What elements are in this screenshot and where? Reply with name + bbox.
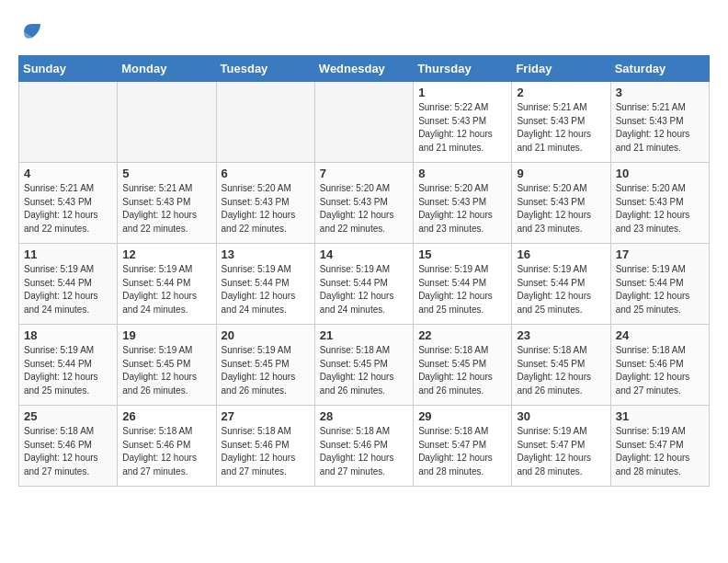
day-number: 16: [517, 247, 605, 261]
day-number: 5: [122, 167, 210, 180]
day-number: 11: [24, 247, 112, 261]
col-header-thursday: Thursday: [414, 56, 512, 82]
day-number: 24: [616, 328, 704, 342]
calendar-day: 28Sunrise: 5:18 AM Sunset: 5:46 PM Dayli…: [314, 406, 413, 487]
day-info: Sunrise: 5:21 AM Sunset: 5:43 PM Dayligh…: [122, 182, 210, 236]
day-info: Sunrise: 5:18 AM Sunset: 5:45 PM Dayligh…: [418, 344, 506, 397]
day-info: Sunrise: 5:21 AM Sunset: 5:43 PM Dayligh…: [616, 101, 704, 155]
calendar-day: 14Sunrise: 5:19 AM Sunset: 5:44 PM Dayli…: [314, 244, 413, 325]
day-info: Sunrise: 5:19 AM Sunset: 5:44 PM Dayligh…: [122, 263, 210, 316]
calendar-day: 18Sunrise: 5:19 AM Sunset: 5:44 PM Dayli…: [19, 325, 118, 406]
calendar-day: 19Sunrise: 5:19 AM Sunset: 5:45 PM Dayli…: [118, 325, 216, 406]
day-number: 7: [320, 167, 408, 180]
day-number: 23: [517, 328, 605, 342]
calendar-day: 2Sunrise: 5:21 AM Sunset: 5:43 PM Daylig…: [512, 82, 610, 163]
day-number: 19: [122, 328, 210, 342]
calendar-day: 12Sunrise: 5:19 AM Sunset: 5:44 PM Dayli…: [118, 244, 216, 325]
day-info: Sunrise: 5:18 AM Sunset: 5:45 PM Dayligh…: [517, 344, 605, 397]
calendar-day: 11Sunrise: 5:19 AM Sunset: 5:44 PM Dayli…: [19, 244, 118, 325]
calendar-day: [216, 82, 314, 163]
calendar-day: 29Sunrise: 5:18 AM Sunset: 5:47 PM Dayli…: [414, 406, 512, 487]
calendar-day: 30Sunrise: 5:19 AM Sunset: 5:47 PM Dayli…: [512, 406, 610, 487]
calendar-day: 8Sunrise: 5:20 AM Sunset: 5:43 PM Daylig…: [414, 163, 512, 244]
day-info: Sunrise: 5:18 AM Sunset: 5:45 PM Dayligh…: [320, 344, 408, 397]
day-number: 9: [517, 167, 605, 180]
calendar-table: SundayMondayTuesdayWednesdayThursdayFrid…: [18, 55, 710, 487]
day-number: 15: [418, 247, 506, 261]
calendar-day: 31Sunrise: 5:19 AM Sunset: 5:47 PM Dayli…: [610, 406, 709, 487]
calendar-day: 9Sunrise: 5:20 AM Sunset: 5:43 PM Daylig…: [512, 163, 610, 244]
calendar-day: 15Sunrise: 5:19 AM Sunset: 5:44 PM Dayli…: [414, 244, 512, 325]
col-header-sunday: Sunday: [19, 56, 118, 82]
day-number: 22: [418, 328, 506, 342]
day-info: Sunrise: 5:19 AM Sunset: 5:45 PM Dayligh…: [222, 344, 310, 397]
day-info: Sunrise: 5:18 AM Sunset: 5:46 PM Dayligh…: [616, 344, 704, 397]
calendar-day: 23Sunrise: 5:18 AM Sunset: 5:45 PM Dayli…: [512, 325, 610, 406]
day-info: Sunrise: 5:19 AM Sunset: 5:44 PM Dayligh…: [616, 263, 704, 316]
calendar-day: 22Sunrise: 5:18 AM Sunset: 5:45 PM Dayli…: [414, 325, 512, 406]
day-info: Sunrise: 5:19 AM Sunset: 5:44 PM Dayligh…: [517, 263, 605, 316]
day-number: 30: [517, 409, 605, 423]
calendar-day: 1Sunrise: 5:22 AM Sunset: 5:43 PM Daylig…: [414, 82, 512, 163]
day-info: Sunrise: 5:20 AM Sunset: 5:43 PM Dayligh…: [418, 182, 506, 236]
calendar-header: SundayMondayTuesdayWednesdayThursdayFrid…: [19, 56, 710, 82]
day-info: Sunrise: 5:19 AM Sunset: 5:44 PM Dayligh…: [418, 263, 506, 316]
day-number: 26: [122, 409, 210, 423]
calendar-day: 6Sunrise: 5:20 AM Sunset: 5:43 PM Daylig…: [216, 163, 314, 244]
day-info: Sunrise: 5:21 AM Sunset: 5:43 PM Dayligh…: [24, 182, 112, 236]
day-info: Sunrise: 5:18 AM Sunset: 5:46 PM Dayligh…: [24, 425, 112, 478]
day-number: 4: [24, 167, 112, 180]
day-info: Sunrise: 5:18 AM Sunset: 5:47 PM Dayligh…: [418, 425, 506, 478]
day-number: 31: [616, 409, 704, 423]
calendar-day: 24Sunrise: 5:18 AM Sunset: 5:46 PM Dayli…: [610, 325, 709, 406]
col-header-monday: Monday: [118, 56, 216, 82]
page-header: [18, 18, 710, 46]
day-info: Sunrise: 5:19 AM Sunset: 5:44 PM Dayligh…: [320, 263, 408, 316]
calendar-day: 21Sunrise: 5:18 AM Sunset: 5:45 PM Dayli…: [314, 325, 413, 406]
day-number: 6: [222, 167, 310, 180]
day-number: 2: [517, 86, 605, 99]
day-number: 12: [122, 247, 210, 261]
logo: [18, 18, 50, 46]
calendar-day: 5Sunrise: 5:21 AM Sunset: 5:43 PM Daylig…: [118, 163, 216, 244]
day-number: 14: [320, 247, 408, 261]
day-info: Sunrise: 5:19 AM Sunset: 5:44 PM Dayligh…: [24, 263, 112, 316]
col-header-friday: Friday: [512, 56, 610, 82]
day-number: 28: [320, 409, 408, 423]
col-header-wednesday: Wednesday: [314, 56, 413, 82]
calendar-week-1: 1Sunrise: 5:22 AM Sunset: 5:43 PM Daylig…: [19, 82, 710, 163]
calendar-day: 25Sunrise: 5:18 AM Sunset: 5:46 PM Dayli…: [19, 406, 118, 487]
calendar-week-4: 18Sunrise: 5:19 AM Sunset: 5:44 PM Dayli…: [19, 325, 710, 406]
calendar-day: 3Sunrise: 5:21 AM Sunset: 5:43 PM Daylig…: [610, 82, 709, 163]
day-info: Sunrise: 5:20 AM Sunset: 5:43 PM Dayligh…: [320, 182, 408, 236]
day-number: 17: [616, 247, 704, 261]
day-number: 25: [24, 409, 112, 423]
calendar-day: 27Sunrise: 5:18 AM Sunset: 5:46 PM Dayli…: [216, 406, 314, 487]
day-number: 3: [616, 86, 704, 99]
calendar-day: 20Sunrise: 5:19 AM Sunset: 5:45 PM Dayli…: [216, 325, 314, 406]
calendar-day: [118, 82, 216, 163]
day-info: Sunrise: 5:19 AM Sunset: 5:44 PM Dayligh…: [24, 344, 112, 397]
day-number: 1: [418, 86, 506, 99]
col-header-saturday: Saturday: [610, 56, 709, 82]
day-info: Sunrise: 5:20 AM Sunset: 5:43 PM Dayligh…: [517, 182, 605, 236]
day-info: Sunrise: 5:18 AM Sunset: 5:46 PM Dayligh…: [320, 425, 408, 478]
calendar-day: 13Sunrise: 5:19 AM Sunset: 5:44 PM Dayli…: [216, 244, 314, 325]
calendar-day: [314, 82, 413, 163]
calendar-week-2: 4Sunrise: 5:21 AM Sunset: 5:43 PM Daylig…: [19, 163, 710, 244]
day-number: 29: [418, 409, 506, 423]
day-number: 10: [616, 167, 704, 180]
day-info: Sunrise: 5:18 AM Sunset: 5:46 PM Dayligh…: [122, 425, 210, 478]
day-number: 20: [222, 328, 310, 342]
calendar-day: 7Sunrise: 5:20 AM Sunset: 5:43 PM Daylig…: [314, 163, 413, 244]
calendar-day: 16Sunrise: 5:19 AM Sunset: 5:44 PM Dayli…: [512, 244, 610, 325]
calendar-day: 17Sunrise: 5:19 AM Sunset: 5:44 PM Dayli…: [610, 244, 709, 325]
calendar-week-3: 11Sunrise: 5:19 AM Sunset: 5:44 PM Dayli…: [19, 244, 710, 325]
day-info: Sunrise: 5:20 AM Sunset: 5:43 PM Dayligh…: [222, 182, 310, 236]
calendar-day: 10Sunrise: 5:20 AM Sunset: 5:43 PM Dayli…: [610, 163, 709, 244]
day-info: Sunrise: 5:19 AM Sunset: 5:47 PM Dayligh…: [616, 425, 704, 478]
day-info: Sunrise: 5:18 AM Sunset: 5:46 PM Dayligh…: [222, 425, 310, 478]
calendar-day: [19, 82, 118, 163]
day-info: Sunrise: 5:21 AM Sunset: 5:43 PM Dayligh…: [517, 101, 605, 155]
day-info: Sunrise: 5:20 AM Sunset: 5:43 PM Dayligh…: [616, 182, 704, 236]
